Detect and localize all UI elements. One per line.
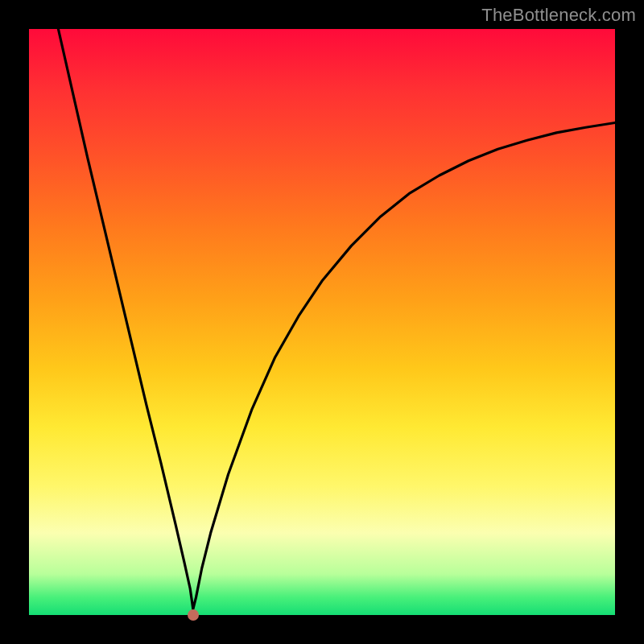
optimum-dot xyxy=(188,609,199,621)
chart-stage: TheBottleneck.com xyxy=(0,0,644,644)
watermark-text: TheBottleneck.com xyxy=(481,5,636,26)
bottleneck-curve xyxy=(29,29,615,615)
plot-area xyxy=(29,29,615,615)
